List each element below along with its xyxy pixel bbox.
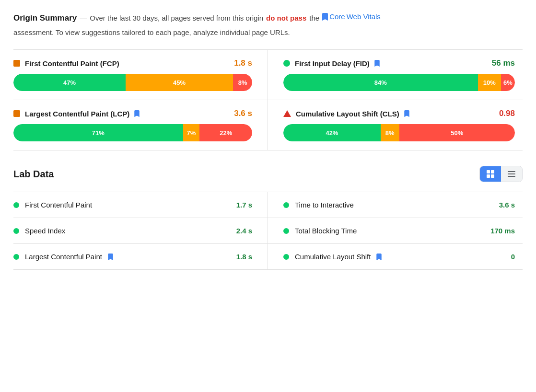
metric-cell-fcp: First Contentful Paint (FCP)1.8 s47%45%8… [13, 50, 268, 100]
lab-metric-value-cls-lab: 0 [511, 253, 515, 261]
lab-metric-label-speed-index: Speed Index [13, 227, 65, 235]
metric-bar-cls: 42%8%50% [283, 124, 515, 141]
lab-metric-cell-speed-index: Speed Index2.4 s [13, 218, 268, 244]
core-web-vitals-link[interactable]: Core Web Vitals [322, 12, 381, 23]
core-link-text: Core [329, 12, 345, 23]
lab-metric-label-lcp-lab: Largest Contentful Paint [13, 253, 113, 261]
metric-cell-fid: First Input Delay (FID)56 ms84%10%6% [268, 50, 523, 100]
bar-segment-cls-orange: 8% [381, 124, 399, 141]
metric-label-lcp: Largest Contentful Paint (LCP) [13, 110, 140, 118]
lab-metric-dot-tti [283, 202, 289, 208]
lab-metric-value-tbt: 170 ms [490, 227, 515, 235]
lab-metric-label-tti: Time to Interactive [283, 201, 354, 209]
metric-icon-fcp [13, 60, 20, 67]
lab-metric-label-text-speed-index: Speed Index [25, 227, 65, 235]
metric-header-cls: Cumulative Layout Shift (CLS)0.98 [283, 109, 515, 118]
metric-value-fid: 56 ms [492, 58, 515, 68]
bar-segment-fid-orange: 10% [478, 74, 501, 91]
metric-value-lcp: 3.6 s [234, 109, 252, 118]
metric-header-fid: First Input Delay (FID)56 ms [283, 58, 515, 68]
lab-metric-dot-cls-lab [283, 254, 289, 260]
lab-metric-label-text-tti: Time to Interactive [295, 201, 354, 209]
web-vitals-link-text: Web Vitals [347, 12, 381, 23]
lab-metric-cell-tbt: Total Blocking Time170 ms [268, 218, 523, 244]
origin-summary-text-before: Over the last 30 days, all pages served … [90, 13, 263, 24]
metric-value-cls: 0.98 [499, 109, 515, 118]
metric-label-text-fcp: First Contentful Paint (FCP) [25, 59, 119, 68]
origin-summary-text-middle: the [309, 13, 319, 24]
metric-label-cls: Cumulative Layout Shift (CLS) [283, 110, 409, 118]
bar-segment-fid-green: 84% [283, 74, 478, 91]
lab-metric-cell-tti: Time to Interactive3.6 s [268, 192, 523, 218]
lab-data-header: Lab Data [13, 166, 523, 182]
metric-icon-fid [283, 60, 290, 67]
lab-metric-dot-fcp-lab [13, 202, 19, 208]
lab-metric-value-lcp-lab: 1.8 s [236, 253, 252, 261]
metric-label-text-lcp: Largest Contentful Paint (LCP) [25, 110, 129, 118]
lab-metric-cell-cls-lab: Cumulative Layout Shift0 [268, 244, 523, 270]
lab-metric-cell-lcp-lab: Largest Contentful Paint1.8 s [13, 244, 268, 270]
grid-view-icon [487, 170, 494, 178]
bar-segment-fcp-orange: 45% [126, 74, 233, 91]
bar-segment-cls-red: 50% [399, 124, 515, 141]
bar-segment-fcp-red: 8% [233, 74, 252, 91]
origin-summary-dash: — [80, 13, 87, 24]
metric-value-fcp: 1.8 s [234, 58, 252, 68]
lab-metric-dot-lcp-lab [13, 254, 19, 260]
metric-icon-cls [283, 110, 291, 117]
origin-summary-text-after: assessment. To view suggestions tailored… [13, 27, 290, 38]
bar-segment-fid-red: 6% [501, 74, 515, 91]
bookmark-icon-lcp [134, 110, 140, 117]
lab-metric-dot-speed-index [13, 228, 19, 234]
lab-metric-cell-fcp-lab: First Contentful Paint1.7 s [13, 192, 268, 218]
lab-metric-label-text-tbt: Total Blocking Time [295, 227, 357, 235]
lab-data-section: Lab Data First Contentful Paint1.7 sTime [13, 166, 523, 270]
lab-bookmark-icon-cls-lab [376, 254, 382, 260]
metric-label-text-fid: First Input Delay (FID) [295, 59, 370, 68]
lab-metric-label-fcp-lab: First Contentful Paint [13, 201, 92, 209]
bar-segment-cls-green: 42% [283, 124, 381, 141]
bar-segment-fcp-green: 47% [13, 74, 126, 91]
lab-metric-label-tbt: Total Blocking Time [283, 227, 357, 235]
lab-metric-value-fcp-lab: 1.7 s [236, 201, 252, 209]
metric-label-text-cls: Cumulative Layout Shift (CLS) [296, 110, 399, 118]
bar-segment-lcp-green: 71% [13, 124, 183, 141]
bookmark-icon-cls [404, 110, 409, 117]
metric-cell-cls: Cumulative Layout Shift (CLS)0.9842%8%50… [268, 100, 523, 150]
bar-segment-lcp-red: 22% [199, 124, 252, 141]
lab-metric-value-tti: 3.6 s [499, 201, 515, 209]
bookmark-icon-fid [374, 60, 380, 67]
lab-metric-label-text-fcp-lab: First Contentful Paint [25, 201, 92, 209]
metric-bar-fcp: 47%45%8% [13, 74, 252, 91]
list-view-button[interactable] [501, 166, 522, 182]
lab-metric-dot-tbt [283, 228, 289, 234]
metric-header-lcp: Largest Contentful Paint (LCP)3.6 s [13, 109, 252, 118]
lab-metric-label-text-cls-lab: Cumulative Layout Shift [295, 253, 371, 261]
lab-metric-label-text-lcp-lab: Largest Contentful Paint [25, 253, 102, 261]
list-view-icon [508, 171, 515, 177]
lab-metric-value-speed-index: 2.4 s [236, 227, 252, 235]
field-data-grid: First Contentful Paint (FCP)1.8 s47%45%8… [13, 49, 523, 150]
metric-label-fid: First Input Delay (FID) [283, 59, 380, 68]
bookmark-flag-icon [322, 13, 328, 21]
origin-summary-fail-text: do not pass [266, 13, 306, 24]
bar-segment-lcp-orange: 7% [183, 124, 200, 141]
view-toggle [479, 166, 523, 182]
metric-header-fcp: First Contentful Paint (FCP)1.8 s [13, 58, 252, 68]
lab-data-title: Lab Data [13, 169, 54, 180]
grid-view-button[interactable] [480, 166, 501, 182]
metric-cell-lcp: Largest Contentful Paint (LCP)3.6 s71%7%… [13, 100, 268, 150]
metric-label-fcp: First Contentful Paint (FCP) [13, 59, 119, 68]
lab-metrics-grid: First Contentful Paint1.7 sTime to Inter… [13, 192, 523, 270]
lab-metric-label-cls-lab: Cumulative Layout Shift [283, 253, 382, 261]
metric-bar-lcp: 71%7%22% [13, 124, 252, 141]
metric-icon-lcp [13, 110, 20, 117]
metric-bar-fid: 84%10%6% [283, 74, 515, 91]
origin-summary-title: Origin Summary [13, 12, 77, 24]
origin-summary-section: Origin Summary — Over the last 30 days, … [13, 12, 523, 38]
lab-bookmark-icon-lcp-lab [108, 254, 113, 260]
